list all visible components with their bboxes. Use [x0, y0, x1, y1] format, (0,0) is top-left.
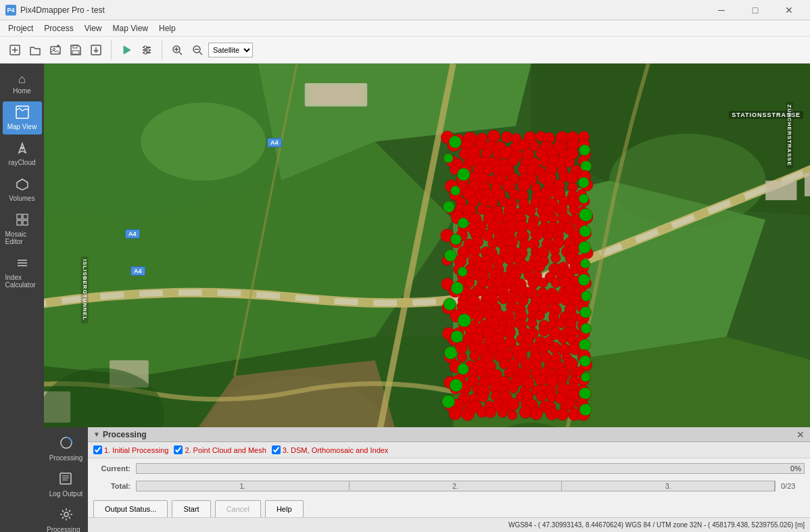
- process-options-button[interactable]: [137, 41, 156, 59]
- processing-panel: ▼ Processing ✕ 1. Initial Processing 2. …: [88, 427, 810, 532]
- sidebar-item-volumes[interactable]: Volumes: [3, 173, 42, 206]
- zoom-in-button[interactable]: [168, 41, 187, 59]
- log-output-label: Log Output: [49, 490, 82, 498]
- total-count: 0/23: [781, 482, 805, 490]
- menu-view[interactable]: View: [79, 22, 108, 34]
- export-button[interactable]: [87, 41, 105, 59]
- step-2-label: 2. Point Cloud and Mesh: [185, 446, 266, 454]
- step-1-check: 1. Initial Processing: [93, 445, 168, 454]
- processing-tab[interactable]: Processing: [47, 433, 85, 464]
- current-label: Current:: [93, 464, 130, 473]
- menu-process[interactable]: Process: [39, 22, 78, 34]
- title-text: Pix4Dmapper Pro - test: [20, 5, 105, 15]
- zoom-out-button[interactable]: [188, 41, 207, 59]
- toolbar-view-group: Satellite Road Hybrid Terrain: [168, 41, 258, 59]
- svg-rect-47: [309, 85, 364, 104]
- processing-steps: 1. Initial Processing 2. Point Cloud and…: [88, 442, 810, 458]
- toolbar-project-group: [5, 41, 112, 59]
- total-progress-bar: 1. 2. 3.: [136, 481, 776, 491]
- menu-help[interactable]: Help: [153, 22, 181, 34]
- minimize-button[interactable]: ─: [706, 0, 737, 20]
- svg-point-16: [144, 51, 147, 54]
- step-2-checkbox[interactable]: [174, 445, 183, 454]
- processing-panel-title: ▼ Processing: [93, 430, 147, 439]
- total-progress-row: Total: 1. 2. 3. 0/23: [93, 479, 805, 493]
- start-process-button[interactable]: [117, 41, 136, 59]
- window-controls: ─ □ ✕: [706, 0, 805, 20]
- current-percent: 0%: [790, 464, 801, 473]
- start-button[interactable]: Start: [172, 500, 210, 518]
- step-3-check: 3. DSM, Orthomosaic and Index: [272, 445, 389, 454]
- svg-point-43: [609, 134, 765, 228]
- svg-marker-10: [124, 46, 130, 54]
- sidebar-item-mosaic[interactable]: Mosaic Editor: [3, 209, 42, 249]
- sidebar-label-raycloud: rayCloud: [8, 159, 35, 166]
- step-1-label: 1. Initial Processing: [104, 446, 168, 454]
- mosaic-icon: [16, 213, 29, 228]
- coords-bar: WGS84 - ( 47.30993143, 8.44670624) WGS 8…: [88, 517, 810, 532]
- current-progress-row: Current: 0%: [93, 461, 805, 476]
- svg-rect-8: [72, 51, 79, 54]
- output-status-button[interactable]: Output Status...: [93, 500, 168, 518]
- processing-options-tab[interactable]: Processing Options: [44, 504, 88, 532]
- total-segment-1: 1.: [137, 481, 350, 491]
- sidebar-label-volumes: Volumes: [9, 195, 34, 202]
- collapse-icon[interactable]: ▼: [93, 431, 100, 438]
- sidebar-item-mapview[interactable]: Map View: [3, 101, 42, 135]
- toolbar-process-group: [117, 41, 162, 59]
- svg-marker-26: [17, 179, 28, 190]
- svg-rect-28: [23, 214, 28, 219]
- close-panel-button[interactable]: ✕: [796, 429, 805, 440]
- sidebar-item-raycloud[interactable]: rayCloud: [3, 137, 42, 170]
- volumes-icon: [16, 177, 29, 193]
- menu-mapview[interactable]: Map View: [108, 22, 153, 34]
- step-1-checkbox[interactable]: [93, 445, 102, 454]
- bottom-left-sidebar: Processing Log Output Processing Options: [44, 427, 88, 532]
- svg-rect-56: [60, 473, 71, 484]
- svg-rect-29: [17, 220, 22, 225]
- sidebar-item-home[interactable]: ⌂ Home: [3, 69, 42, 99]
- svg-rect-51: [805, 173, 810, 197]
- maximize-button[interactable]: □: [740, 0, 771, 20]
- index-icon: [16, 256, 29, 272]
- svg-line-18: [179, 52, 182, 55]
- svg-point-15: [147, 49, 149, 51]
- help-button[interactable]: Help: [265, 500, 304, 518]
- step-3-checkbox[interactable]: [272, 445, 281, 454]
- titlebar: P4 Pix4Dmapper Pro - test ─ □ ✕: [0, 0, 810, 20]
- menubar: Project Process View Map View Help: [0, 20, 810, 37]
- new-project-button[interactable]: [5, 41, 24, 59]
- svg-rect-50: [765, 180, 796, 200]
- sidebar: ⌂ Home Map View rayCloud Volumes Mosai: [0, 64, 44, 532]
- processing-icon: [59, 435, 74, 453]
- processing-options-label: Processing Options: [47, 526, 85, 532]
- menu-project[interactable]: Project: [3, 22, 39, 34]
- coords-text: WGS84 - ( 47.30993143, 8.44670624) WGS 8…: [508, 521, 805, 529]
- total-segment-2: 2.: [350, 481, 563, 491]
- map-area[interactable]: A4 A4 A4 STATIONSSTRASSE ZÜRCHERSTRASSE …: [44, 64, 810, 532]
- svg-point-14: [144, 46, 147, 49]
- sidebar-label-index: Index Calculator: [5, 274, 39, 289]
- processing-tab-label: Processing: [49, 454, 82, 462]
- raycloud-icon: [16, 141, 29, 157]
- total-label: Total:: [93, 482, 130, 490]
- svg-point-60: [64, 512, 68, 516]
- toolbar: Satellite Road Hybrid Terrain: [0, 37, 810, 64]
- svg-line-22: [199, 52, 202, 55]
- log-icon: [58, 471, 73, 489]
- svg-rect-27: [17, 214, 22, 219]
- log-output-tab[interactable]: Log Output: [47, 468, 85, 500]
- svg-rect-30: [23, 220, 28, 225]
- main-content: ⌂ Home Map View rayCloud Volumes Mosai: [0, 64, 810, 532]
- map-style-select[interactable]: Satellite Road Hybrid Terrain: [208, 43, 253, 57]
- add-images-button[interactable]: [46, 41, 65, 59]
- sidebar-item-index[interactable]: Index Calculator: [3, 252, 42, 293]
- svg-point-25: [21, 147, 24, 149]
- close-button[interactable]: ✕: [773, 0, 805, 20]
- bottom-area: Processing Log Output Processing Options: [44, 427, 810, 532]
- total-segment-3: 3.: [562, 481, 775, 491]
- cancel-button[interactable]: Cancel: [215, 500, 261, 518]
- save-project-button[interactable]: [66, 41, 85, 59]
- svg-rect-3: [51, 47, 60, 54]
- open-project-button[interactable]: [26, 41, 45, 59]
